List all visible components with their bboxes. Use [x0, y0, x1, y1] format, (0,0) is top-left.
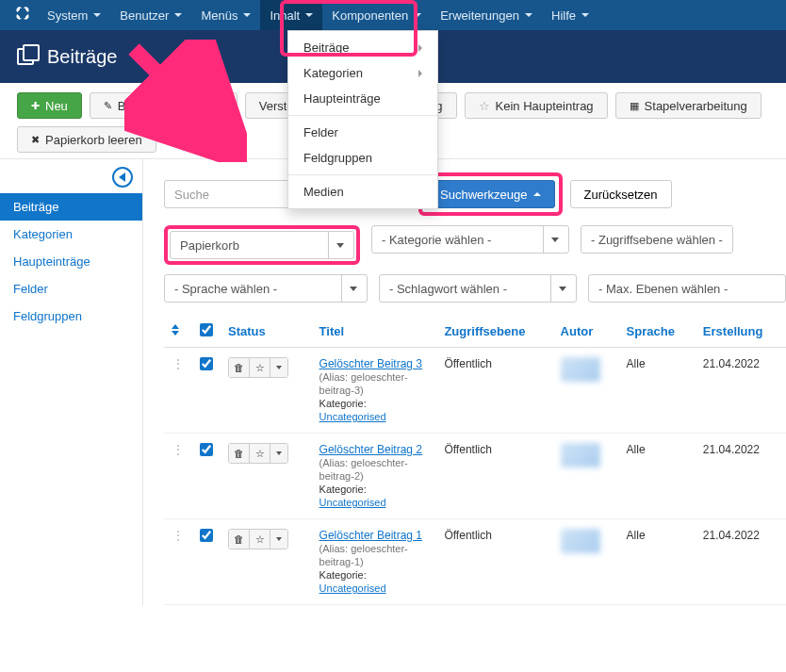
sidebar-item-featured[interactable]: Haupteinträge	[0, 248, 142, 275]
filter-tag-select[interactable]: - Schlagwort wählen -	[379, 274, 577, 303]
articles-table: Status Titel Zugriffsebene Autor Sprache…	[164, 316, 786, 605]
star-outline-icon[interactable]: ☆	[250, 530, 270, 549]
batch-icon: ▦	[630, 100, 639, 112]
col-language[interactable]: Sprache	[619, 316, 696, 348]
row-status-buttons[interactable]: 🗑☆	[228, 529, 288, 549]
sidebar-item-fields[interactable]: Felder	[0, 275, 142, 303]
plus-icon: ✚	[31, 100, 40, 112]
menu-content[interactable]: Inhalt	[260, 0, 322, 30]
select-all-checkbox[interactable]	[200, 323, 213, 336]
empty-trash-button[interactable]: ✖Papierkorb leeren	[17, 126, 156, 153]
row-access: Öffentlich	[436, 434, 552, 519]
top-menu-bar: System Benutzer Menüs Inhalt Komponenten…	[0, 0, 786, 30]
row-language: Alle	[619, 434, 696, 519]
drag-handle-icon[interactable]: ⋮	[172, 442, 185, 457]
dropdown-item-categories[interactable]: Kategorien	[288, 60, 437, 86]
row-language: Alle	[619, 348, 696, 434]
unfeatured-button[interactable]: ☆Kein Haupteintrag	[465, 92, 608, 119]
star-outline-icon[interactable]: ☆	[250, 444, 270, 463]
sidebar-item-categories[interactable]: Kategorien	[0, 221, 142, 248]
annotation-highlight-searchtools: Suchwerkzeuge	[418, 172, 563, 216]
col-title[interactable]: Titel	[312, 316, 437, 348]
category-link[interactable]: Uncategorised	[319, 582, 386, 594]
star-outline-icon: ☆	[479, 99, 490, 113]
batch-button[interactable]: ▦Stapelverarbeitung	[615, 92, 761, 119]
dropdown-item-featured[interactable]: Haupteinträge	[288, 86, 437, 111]
col-created[interactable]: Erstellung	[696, 316, 786, 348]
article-title-link[interactable]: Gelöschter Beitrag 1	[319, 529, 422, 542]
chevron-down-icon[interactable]	[270, 530, 287, 549]
row-access: Öffentlich	[436, 348, 552, 434]
article-alias: (Alias: geloeschter-beitrag-2)	[319, 457, 408, 482]
col-author[interactable]: Autor	[553, 316, 619, 348]
category-link[interactable]: Uncategorised	[319, 497, 386, 508]
x-icon: ✖	[31, 134, 40, 146]
category-link[interactable]: Uncategorised	[319, 411, 386, 422]
drag-handle-icon[interactable]: ⋮	[172, 528, 185, 543]
dropdown-item-articles[interactable]: Beiträge	[288, 35, 437, 60]
reset-button[interactable]: Zurücksetzen	[570, 180, 672, 208]
row-checkbox[interactable]	[200, 529, 213, 542]
article-alias: (Alias: geloeschter-beitrag-1)	[319, 543, 408, 567]
row-access: Öffentlich	[436, 519, 552, 605]
trash-icon[interactable]: 🗑	[229, 358, 250, 377]
articles-icon	[17, 48, 34, 65]
article-category: Kategorie: Uncategorised	[319, 398, 386, 422]
search-tools-button[interactable]: Suchwerkzeuge	[426, 180, 555, 208]
author-avatar	[561, 529, 600, 553]
article-title-link[interactable]: Gelöschter Beitrag 3	[319, 357, 422, 370]
menu-users[interactable]: Benutzer	[110, 0, 191, 30]
filter-maxlevel-select[interactable]: - Max. Ebenen wählen -	[588, 274, 786, 303]
trash-icon[interactable]: 🗑	[229, 530, 250, 549]
article-category: Kategorie: Uncategorised	[319, 484, 386, 508]
filter-access-select[interactable]: - Zugriffsebene wählen -	[581, 225, 733, 254]
menu-menus[interactable]: Menüs	[191, 0, 260, 30]
row-checkbox[interactable]	[200, 443, 213, 456]
trash-icon[interactable]: 🗑	[229, 444, 250, 463]
new-button[interactable]: ✚Neu	[17, 92, 82, 119]
row-created: 21.04.2022	[696, 434, 786, 519]
table-row: ⋮ 🗑☆ Gelöschter Beitrag 2 (Alias: geloes…	[164, 434, 786, 519]
menu-system[interactable]: System	[38, 0, 110, 30]
article-title-link[interactable]: Gelöschter Beitrag 2	[319, 443, 422, 456]
drag-handle-icon[interactable]: ⋮	[172, 356, 185, 371]
sort-order-icon[interactable]	[172, 324, 179, 336]
edit-button[interactable]: ✎Bearbeiten	[90, 92, 191, 119]
sidebar-item-fieldgroups[interactable]: Feldgruppen	[0, 303, 142, 330]
chevron-down-icon[interactable]	[270, 358, 287, 377]
dropdown-item-fieldgroups[interactable]: Feldgruppen	[288, 145, 437, 171]
filter-language-select[interactable]: - Sprache wählen -	[164, 274, 368, 303]
table-row: ⋮ 🗑☆ Gelöschter Beitrag 3 (Alias: geloes…	[164, 348, 786, 434]
table-row: ⋮ 🗑☆ Gelöschter Beitrag 1 (Alias: geloes…	[164, 519, 786, 605]
star-outline-icon[interactable]: ☆	[250, 358, 270, 377]
row-status-buttons[interactable]: 🗑☆	[228, 443, 288, 464]
col-access[interactable]: Zugriffsebene	[436, 316, 552, 348]
menu-help[interactable]: Hilfe	[542, 0, 598, 30]
annotation-highlight-status-filter: Papierkorb	[164, 225, 360, 265]
sidebar-item-articles[interactable]: Beiträge	[0, 193, 142, 221]
page-title: Beiträge	[47, 46, 118, 68]
filter-status-select[interactable]: Papierkorb	[170, 231, 354, 259]
joomla-logo-icon	[8, 6, 38, 25]
col-status[interactable]: Status	[221, 316, 312, 348]
row-checkbox[interactable]	[200, 357, 213, 370]
chevron-down-icon[interactable]	[270, 444, 287, 463]
author-avatar	[561, 443, 600, 467]
row-created: 21.04.2022	[696, 519, 786, 605]
pencil-icon: ✎	[104, 100, 112, 112]
row-created: 21.04.2022	[696, 348, 786, 434]
row-language: Alle	[619, 519, 696, 605]
menu-extensions[interactable]: Erweiterungen	[431, 0, 542, 30]
filter-category-select[interactable]: - Kategorie wählen -	[371, 225, 569, 254]
menu-components[interactable]: Komponenten	[322, 0, 431, 30]
content-area: Suche Suchwerkzeuge Zurücksetzen Papierk…	[143, 159, 786, 605]
row-status-buttons[interactable]: 🗑☆	[228, 357, 288, 378]
publish-button[interactable]: ✓	[199, 92, 237, 119]
article-alias: (Alias: geloeschter-beitrag-3)	[319, 371, 408, 396]
author-avatar	[561, 357, 600, 382]
article-category: Kategorie: Uncategorised	[319, 569, 386, 594]
collapse-sidebar-button[interactable]	[112, 167, 133, 188]
dropdown-item-media[interactable]: Medien	[288, 179, 437, 205]
dropdown-item-fields[interactable]: Felder	[288, 120, 437, 145]
content-dropdown: Beiträge Kategorien Haupteinträge Felder…	[287, 30, 438, 209]
